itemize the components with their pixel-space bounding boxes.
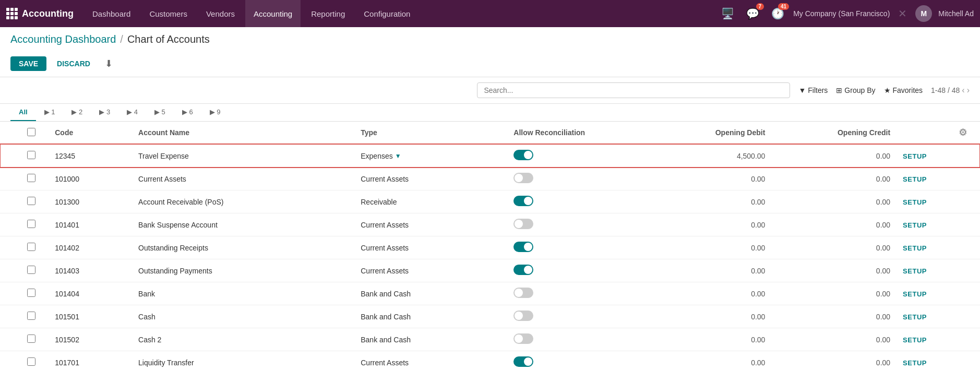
group-by-button[interactable]: ⊞ Group By [836,86,875,94]
nav-accounting[interactable]: Accounting [245,0,301,27]
setup-button[interactable]: SETUP [903,198,927,206]
row-checkbox[interactable] [27,357,35,366]
row-name: Current Assets [132,168,354,190]
tab-5[interactable]: ▶ 5 [146,104,174,121]
filter-bar: ▼ Filters ⊞ Group By ★ Favorites 1-48 / … [0,77,980,104]
nav-customers[interactable]: Customers [141,0,196,27]
breadcrumb-link[interactable]: Accounting Dashboard [10,33,116,45]
accounts-table: Code Account Name Type Allow Reconciliat… [0,122,980,370]
row-expand [0,305,21,328]
row-type: Receivable [354,190,507,213]
tab-2[interactable]: ▶ 2 [63,104,91,121]
avatar[interactable]: M [915,5,932,22]
tab-6[interactable]: ▶ 6 [174,104,201,121]
setup-button[interactable]: SETUP [903,313,927,321]
row-credit: 0.00 [771,168,897,190]
table-settings-icon[interactable]: ⚙ [959,127,967,138]
reconcile-toggle[interactable] [513,196,533,206]
row-checkbox[interactable] [27,151,35,159]
row-checkbox[interactable] [27,312,35,320]
table-row: 101401 Bank Suspense Account Current Ass… [0,213,980,236]
reconcile-toggle[interactable] [513,265,533,275]
setup-button[interactable]: SETUP [903,336,927,344]
row-checkbox[interactable] [27,174,35,182]
filters-button[interactable]: ▼ Filters [798,86,828,94]
reconcile-toggle[interactable] [513,333,533,344]
setup-button[interactable]: SETUP [903,221,927,229]
row-name: Cash [132,305,354,328]
row-type[interactable]: Expenses ▼ [354,144,507,168]
row-type: Current Assets [354,236,507,259]
setup-button[interactable]: SETUP [903,359,927,367]
activities-badge: 41 [778,3,789,10]
toggle-knob [515,174,523,182]
row-checkbox[interactable] [27,243,35,251]
reconcile-toggle[interactable] [513,288,533,298]
nav-configuration[interactable]: Configuration [355,0,419,27]
support-icon-btn[interactable]: 🖥️ [718,4,737,23]
brand[interactable]: Accounting [6,8,74,19]
reconcile-toggle[interactable] [513,356,533,367]
row-checkbox[interactable] [27,289,35,297]
setup-button[interactable]: SETUP [903,175,927,183]
row-code: 101401 [49,213,132,236]
breadcrumb-separator: / [120,33,123,45]
row-type: Current Assets [354,259,507,282]
row-code: 12345 [49,144,132,168]
row-name: Cash 2 [132,328,354,351]
table-row: 101701 Liquidity Transfer Current Assets… [0,351,980,371]
setup-button[interactable]: SETUP [903,267,927,275]
pagination-next[interactable]: › [967,86,970,95]
pagination-prev[interactable]: ‹ [962,86,964,95]
row-reconcile [507,259,646,282]
tab-3[interactable]: ▶ 3 [91,104,118,121]
pagination: 1-48 / 48 ‹ › [931,86,970,95]
toggle-knob [515,335,523,343]
type-value: Expenses [361,152,392,160]
favorites-button[interactable]: ★ Favorites [884,86,923,94]
row-name: Travel Expense [132,144,354,168]
row-name: Bank [132,282,354,305]
nav-dashboard[interactable]: Dashboard [84,0,139,27]
tab-4[interactable]: ▶ 4 [118,104,146,121]
reconcile-toggle[interactable] [513,219,533,229]
row-checkbox[interactable] [27,335,35,343]
save-button[interactable]: SAVE [10,56,46,71]
reconcile-toggle[interactable] [513,311,533,321]
row-checkbox[interactable] [27,197,35,205]
nav-reporting[interactable]: Reporting [303,0,353,27]
search-input[interactable] [477,82,790,98]
activities-icon-btn[interactable]: 🕐 41 [768,4,787,23]
row-credit: 0.00 [771,328,897,351]
tab-all[interactable]: All [10,104,36,121]
reconcile-toggle[interactable] [513,173,533,183]
row-code: 101300 [49,190,132,213]
setup-button[interactable]: SETUP [903,152,927,160]
setup-button[interactable]: SETUP [903,290,927,298]
row-type: Bank and Cash [354,305,507,328]
tab-1[interactable]: ▶ 1 [36,104,64,121]
col-name-header: Account Name [132,122,354,144]
download-button[interactable]: ⬇ [101,55,117,73]
tab-9[interactable]: ▶ 9 [201,104,229,121]
toggle-knob [524,151,532,159]
row-code: 101501 [49,305,132,328]
reconcile-toggle[interactable] [513,242,533,252]
toggle-knob [524,357,532,366]
discard-button[interactable]: DISCARD [51,56,97,71]
row-reconcile [507,328,646,351]
setup-button[interactable]: SETUP [903,244,927,252]
select-all-checkbox[interactable] [27,128,35,136]
row-code: 101701 [49,351,132,371]
table-row: 101403 Outstanding Payments Current Asse… [0,259,980,282]
reconcile-toggle[interactable] [513,150,533,160]
nav-vendors[interactable]: Vendors [198,0,243,27]
col-debit-header: Opening Debit [647,122,772,144]
row-debit: 0.00 [647,168,772,190]
row-reconcile [507,190,646,213]
row-debit: 0.00 [647,190,772,213]
row-checkbox[interactable] [27,220,35,228]
row-expand [0,168,21,190]
messages-icon-btn[interactable]: 💬 7 [743,4,762,23]
row-checkbox[interactable] [27,266,35,274]
